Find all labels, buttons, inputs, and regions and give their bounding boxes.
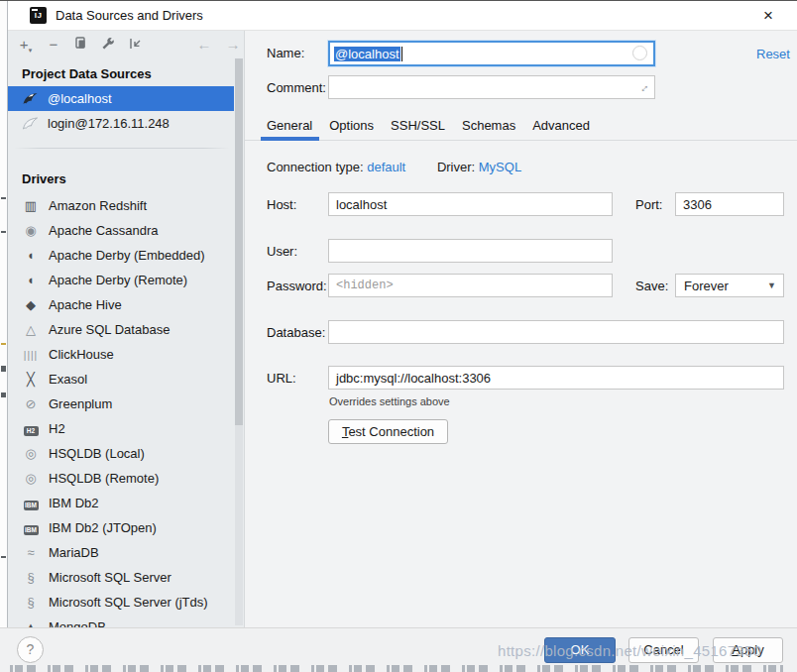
driver-item[interactable]: ◆Apache Hive xyxy=(8,292,236,317)
name-input-selected-text: @localhost xyxy=(334,47,400,61)
add-icon[interactable]: +▾ xyxy=(16,35,36,55)
data-source-item-login[interactable]: login@172.16.11.248 xyxy=(8,111,234,136)
import-icon[interactable] xyxy=(125,35,145,55)
apache-derby-icon: ◖ xyxy=(22,273,40,287)
dialog-title: Data Sources and Drivers xyxy=(56,8,203,23)
back-arrow-icon[interactable]: ← xyxy=(194,35,214,55)
driver-label: Apache Derby (Remote) xyxy=(49,273,187,287)
host-value: localhost xyxy=(336,197,387,212)
mariadb-icon: ≈ xyxy=(22,545,40,560)
driver-item[interactable]: ◎HSQLDB (Remote) xyxy=(8,466,236,491)
driver-item[interactable]: ▥Amazon Redshift xyxy=(8,193,236,218)
password-placeholder: <hidden> xyxy=(336,279,394,292)
mysql-dolphin-icon xyxy=(22,91,39,106)
connection-settings-panel: Name: @localhost Reset Comment: ↔ Genera… xyxy=(244,31,797,627)
driver-label: Microsoft SQL Server xyxy=(49,570,171,585)
tab-options[interactable]: Options xyxy=(329,118,374,133)
sidebar-scrollbar-thumb[interactable] xyxy=(235,58,243,425)
expand-icon[interactable]: ↔ xyxy=(634,78,652,96)
url-note: Overrides settings above xyxy=(329,395,450,407)
driver-label: H2 xyxy=(49,421,65,436)
driver-label: Driver: xyxy=(437,160,475,174)
driver-item[interactable]: ≈MariaDB xyxy=(8,540,236,565)
copy-icon[interactable] xyxy=(70,35,90,55)
driver-label: HSQLDB (Local) xyxy=(49,446,145,461)
driver-item[interactable]: §Microsoft SQL Server (jTds) xyxy=(8,590,236,615)
wrench-icon[interactable] xyxy=(98,35,118,55)
help-button[interactable]: ? xyxy=(17,636,44,663)
connection-type-label: Connection type: xyxy=(267,160,364,174)
remove-icon[interactable]: − xyxy=(44,35,63,55)
driver-item[interactable]: ◖Apache Derby (Remote) xyxy=(8,268,236,292)
data-source-item-localhost[interactable]: @localhost xyxy=(8,86,234,111)
comment-label: Comment: xyxy=(267,80,326,95)
name-input[interactable]: @localhost xyxy=(328,41,655,66)
driver-item[interactable]: ╳Exasol xyxy=(8,367,236,392)
name-label: Name: xyxy=(267,46,304,60)
driver-item[interactable]: ◖Apache Derby (Embedded) xyxy=(8,243,236,268)
driver-item[interactable]: ◉Apache Cassandra xyxy=(8,218,236,243)
ibm-db2-icon: IBM xyxy=(22,496,40,511)
apache-hive-icon: ◆ xyxy=(22,297,40,312)
text-caret xyxy=(401,47,402,61)
tab-ssh-ssl[interactable]: SSH/SSL xyxy=(391,118,445,133)
driver-value-link[interactable]: MySQL xyxy=(479,160,521,174)
database-label: Database: xyxy=(267,325,325,340)
driver-label: Microsoft SQL Server (jTds) xyxy=(49,595,208,610)
driver-item[interactable]: ⊘Greenplum xyxy=(8,392,236,416)
save-dropdown[interactable]: Forever ▼ xyxy=(675,274,784,297)
driver-label: Greenplum xyxy=(49,396,112,411)
loading-circle-icon xyxy=(632,46,647,60)
ok-button[interactable]: OK xyxy=(544,637,616,663)
mssql-icon: § xyxy=(22,595,40,610)
url-input[interactable]: jdbc:mysql://localhost:3306 xyxy=(328,366,784,390)
test-connection-label: Test Connection xyxy=(329,420,447,443)
user-input[interactable] xyxy=(328,239,613,263)
tab-general[interactable]: General xyxy=(267,118,312,133)
tab-bar-divider xyxy=(245,140,797,141)
background-text-fragment xyxy=(1,197,6,199)
apply-button[interactable]: Apply xyxy=(713,637,783,663)
apache-cassandra-icon: ◉ xyxy=(22,223,40,238)
comment-input[interactable]: ↔ xyxy=(328,75,655,99)
mysql-dolphin-icon xyxy=(22,116,39,131)
password-input[interactable]: <hidden> xyxy=(328,274,613,297)
background-text-fragment xyxy=(1,231,6,233)
test-connection-button[interactable]: Test Connection xyxy=(328,419,448,444)
host-input[interactable]: localhost xyxy=(328,192,613,216)
reset-link[interactable]: Reset xyxy=(756,47,790,61)
driver-item[interactable]: △Azure SQL Database xyxy=(8,317,236,342)
sidebar-separator xyxy=(14,148,230,149)
background-text-fragment xyxy=(1,392,6,397)
driver-item[interactable]: ◎HSQLDB (Local) xyxy=(8,441,236,466)
driver-item[interactable]: IBMIBM Db2 (JTOpen) xyxy=(8,515,236,540)
apache-derby-icon: ◖ xyxy=(22,248,40,263)
hsqldb-icon: ◎ xyxy=(22,446,40,461)
driver-label: MongoDB xyxy=(49,619,106,627)
driver-item[interactable]: §Microsoft SQL Server xyxy=(8,565,236,590)
port-value: 3306 xyxy=(683,197,712,212)
cancel-button[interactable]: Cancel xyxy=(628,637,699,663)
h2-icon: H2 xyxy=(22,421,40,437)
close-icon[interactable]: × xyxy=(757,5,779,27)
user-label: User: xyxy=(267,244,297,259)
active-tab-underline xyxy=(261,137,319,141)
data-source-label: @localhost xyxy=(48,91,112,106)
chevron-down-icon: ▼ xyxy=(767,280,776,290)
drivers-header: Drivers xyxy=(22,171,66,186)
tab-schemas[interactable]: Schemas xyxy=(462,118,515,133)
connection-type-value-link[interactable]: default xyxy=(367,160,405,174)
database-input[interactable] xyxy=(328,320,784,344)
driver-item[interactable]: ||||ClickHouse xyxy=(8,342,236,367)
port-input[interactable]: 3306 xyxy=(675,192,784,216)
driver-label: Apache Cassandra xyxy=(49,223,159,238)
driver-label: MariaDB xyxy=(49,545,99,560)
driver-item[interactable]: IBMIBM Db2 xyxy=(8,491,236,515)
title-bar: IJ Data Sources and Drivers × xyxy=(8,1,797,31)
tab-advanced[interactable]: Advanced xyxy=(532,118,590,133)
data-sources-dialog: IJ Data Sources and Drivers × +▾ − ← → P… xyxy=(0,0,797,672)
clipped-watermark-strip xyxy=(10,665,783,672)
driver-item[interactable]: ▲MongoDB xyxy=(8,615,236,627)
driver-item[interactable]: H2H2 xyxy=(8,416,236,441)
forward-arrow-icon[interactable]: → xyxy=(223,35,243,55)
